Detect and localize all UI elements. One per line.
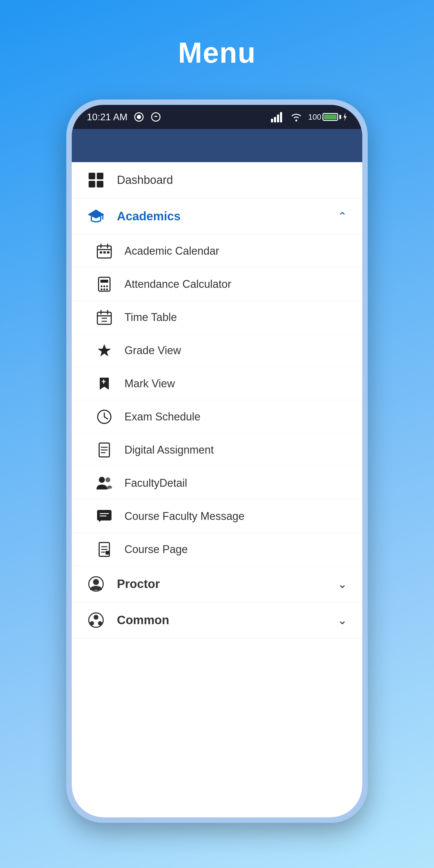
menu-layout: Dashboard Academics ⌃ bbox=[72, 162, 362, 817]
mark-view-label: Mark View bbox=[124, 377, 175, 390]
common-chevron: ⌄ bbox=[338, 614, 347, 627]
clock-icon bbox=[96, 408, 113, 425]
svg-rect-52 bbox=[105, 551, 109, 555]
svg-rect-9 bbox=[97, 173, 103, 179]
coursepage-icon bbox=[96, 541, 113, 558]
time-display: 10:21 AM bbox=[87, 112, 127, 123]
svg-rect-5 bbox=[277, 115, 279, 122]
svg-rect-18 bbox=[100, 251, 102, 253]
svg-marker-35 bbox=[98, 344, 111, 356]
wifi-icon bbox=[290, 112, 303, 122]
svg-rect-11 bbox=[97, 181, 103, 187]
exam-schedule-label: Exam Schedule bbox=[124, 410, 200, 423]
svg-rect-4 bbox=[274, 117, 276, 122]
menu-panel: Dashboard Academics ⌃ bbox=[72, 162, 362, 817]
proctor-chevron: ⌄ bbox=[338, 578, 347, 591]
assignment-icon bbox=[96, 441, 113, 458]
common-label: Common bbox=[117, 613, 326, 627]
svg-marker-12 bbox=[88, 210, 104, 218]
sub-item-digital-assignment[interactable]: Digital Assignment bbox=[72, 433, 362, 467]
calendar-icon bbox=[96, 243, 113, 259]
star-icon bbox=[96, 342, 113, 359]
sub-item-attendance-calculator[interactable]: Attendance Calculator bbox=[72, 268, 362, 301]
graduation-icon bbox=[87, 207, 105, 225]
digital-assignment-label: Digital Assignment bbox=[124, 444, 214, 456]
course-faculty-message-label: Course Faculty Message bbox=[124, 510, 244, 523]
status-icon-1 bbox=[133, 112, 144, 122]
sub-item-academic-calendar[interactable]: Academic Calendar bbox=[72, 235, 362, 268]
academics-section-header[interactable]: Academics ⌃ bbox=[72, 198, 362, 235]
sub-item-faculty-detail[interactable]: FacultyDetail bbox=[72, 467, 362, 500]
svg-point-26 bbox=[101, 288, 102, 290]
phone-frame: 10:21 AM bbox=[66, 99, 368, 823]
svg-rect-6 bbox=[280, 112, 282, 122]
svg-point-1 bbox=[137, 115, 141, 119]
attendance-calculator-label: Attendance Calculator bbox=[124, 278, 231, 290]
svg-point-7 bbox=[296, 120, 297, 121]
sub-item-course-page[interactable]: Course Page bbox=[72, 533, 362, 566]
common-section-header[interactable]: Common ⌄ bbox=[72, 602, 362, 638]
academic-calendar-label: Academic Calendar bbox=[124, 245, 219, 257]
svg-point-54 bbox=[93, 579, 99, 585]
sub-item-mark-view[interactable]: Mark View bbox=[72, 367, 362, 400]
svg-point-24 bbox=[103, 285, 105, 287]
faculty-detail-label: FacultyDetail bbox=[124, 477, 187, 490]
course-page-label: Course Page bbox=[124, 543, 188, 556]
svg-point-44 bbox=[105, 477, 110, 482]
svg-point-58 bbox=[98, 621, 102, 625]
proctor-label: Proctor bbox=[117, 577, 326, 591]
timetable-label: Time Table bbox=[124, 311, 177, 324]
status-left: 10:21 AM bbox=[87, 112, 161, 123]
svg-point-28 bbox=[106, 288, 108, 290]
phone-inner: 10:21 AM bbox=[72, 105, 362, 817]
bolt-icon bbox=[342, 112, 347, 122]
calculator-icon bbox=[96, 276, 113, 292]
svg-rect-22 bbox=[100, 280, 108, 283]
svg-line-38 bbox=[104, 417, 107, 419]
sub-item-grade-view[interactable]: Grade View bbox=[72, 334, 362, 367]
sub-item-course-faculty-message[interactable]: Course Faculty Message bbox=[72, 500, 362, 533]
proctor-section-header[interactable]: Proctor ⌄ bbox=[72, 566, 362, 602]
message-icon bbox=[96, 508, 113, 524]
svg-rect-8 bbox=[89, 173, 95, 179]
academics-label: Academics bbox=[117, 210, 326, 223]
battery-icon: 100 bbox=[308, 112, 347, 122]
page-title: Menu bbox=[178, 36, 256, 69]
dashboard-label: Dashboard bbox=[117, 174, 173, 187]
signal-icon bbox=[271, 112, 284, 122]
academics-chevron: ⌃ bbox=[338, 210, 347, 223]
common-icon bbox=[87, 611, 105, 629]
svg-rect-20 bbox=[107, 251, 110, 253]
menu-item-dashboard[interactable]: Dashboard bbox=[72, 162, 362, 198]
grade-view-label: Grade View bbox=[124, 344, 181, 357]
svg-point-43 bbox=[99, 477, 105, 483]
svg-point-25 bbox=[106, 285, 108, 287]
svg-point-56 bbox=[93, 615, 98, 620]
svg-point-57 bbox=[90, 621, 94, 625]
timetable-icon bbox=[96, 309, 113, 326]
sub-item-timetable[interactable]: Time Table bbox=[72, 301, 362, 334]
proctor-icon bbox=[87, 575, 105, 593]
sub-item-exam-schedule[interactable]: Exam Schedule bbox=[72, 400, 362, 433]
battery-percent: 100 bbox=[308, 113, 321, 122]
status-bar: 10:21 AM bbox=[72, 105, 362, 129]
bookmark-icon bbox=[96, 375, 113, 392]
svg-rect-19 bbox=[103, 251, 106, 253]
grid-icon bbox=[87, 171, 105, 189]
people-icon bbox=[96, 475, 113, 491]
svg-rect-10 bbox=[89, 181, 95, 187]
status-icon-2 bbox=[150, 112, 161, 122]
svg-rect-3 bbox=[271, 119, 273, 122]
svg-point-27 bbox=[103, 288, 105, 290]
svg-rect-45 bbox=[97, 510, 112, 521]
status-right: 100 bbox=[271, 112, 347, 122]
svg-point-23 bbox=[101, 285, 102, 287]
app-bar bbox=[72, 129, 362, 162]
